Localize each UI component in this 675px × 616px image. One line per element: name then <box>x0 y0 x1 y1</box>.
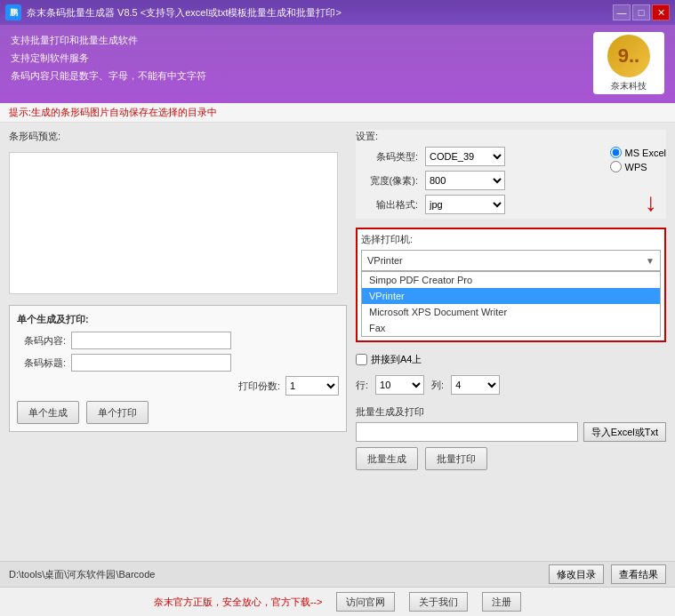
right-panel: 设置: 条码类型: CODE_39 CODE_128 EAN_13 QR_COD… <box>356 130 666 554</box>
close-button[interactable]: ✕ <box>652 4 670 20</box>
minimize-button[interactable]: — <box>613 4 631 20</box>
hint-bar: 提示:生成的条形码图片自动保存在选择的目录中 <box>0 103 675 123</box>
left-panel: 条形码预览: 单个生成及打印: 条码内容: 条码标题: 打印份数: 1 2 <box>9 130 347 554</box>
printer-option-fax[interactable]: Fax <box>362 320 660 336</box>
about-us-button[interactable]: 关于我们 <box>409 592 468 612</box>
grid-row: 行: 10 5 8 12 列: 4 2 3 5 <box>356 375 666 395</box>
logo-box: 9.. 奈末科技 <box>593 32 664 94</box>
wps-label: WPS <box>625 162 647 172</box>
a4-checkbox[interactable] <box>356 354 367 365</box>
a4-checkbox-item: 拼接到A4上 <box>356 353 422 366</box>
ms-excel-label: MS Excel <box>625 148 666 158</box>
barcode-type-select[interactable]: CODE_39 CODE_128 EAN_13 QR_CODE <box>425 147 505 166</box>
top-text: 支持批量打印和批量生成软件 支持定制软件服务 条码内容只能是数字、字母，不能有中… <box>11 32 206 84</box>
batch-label: 批量生成及打印 <box>356 405 666 419</box>
footer-bar: 奈末官方正版，安全放心，官方下载--> 访问官网 关于我们 注册 <box>0 587 675 616</box>
single-print-button[interactable]: 单个打印 <box>86 401 149 424</box>
excel-radio-group: MS Excel WPS <box>610 147 666 172</box>
maximize-button[interactable]: □ <box>632 4 650 20</box>
single-gen-button[interactable]: 单个生成 <box>17 401 79 424</box>
single-gen-title: 单个生成及打印: <box>17 313 339 326</box>
printer-option-vprinter[interactable]: VPrinter <box>362 288 660 304</box>
batch-input[interactable] <box>356 422 578 442</box>
batch-gen-button[interactable]: 批量生成 <box>356 447 418 470</box>
modify-dir-button[interactable]: 修改目录 <box>549 564 604 584</box>
barcode-title-row: 条码标题: <box>17 354 339 372</box>
top-section: 支持批量打印和批量生成软件 支持定制软件服务 条码内容只能是数字、字母，不能有中… <box>0 25 675 103</box>
title-text: 奈末条码批量生成器 V8.5 <支持导入excel或txt模板批量生成和批量打印… <box>27 6 342 20</box>
dropdown-arrow-icon: ▼ <box>646 256 655 266</box>
batch-section: 批量生成及打印 导入Excel或Txt 批量生成 批量打印 <box>356 405 666 470</box>
row-label: 行: <box>356 379 368 392</box>
view-result-button[interactable]: 查看结果 <box>611 564 666 584</box>
preview-box <box>9 152 338 294</box>
barcode-content-row: 条码内容: <box>17 332 339 349</box>
top-line3: 条码内容只能是数字、字母，不能有中文字符 <box>11 68 206 85</box>
register-button[interactable]: 注册 <box>482 592 521 612</box>
batch-btn-row: 批量生成 批量打印 <box>356 447 666 470</box>
print-count-select[interactable]: 1 2 3 5 10 <box>285 376 339 396</box>
bottom-path-bar: D:\tools\桌面\河东软件园\Barcode 修改目录 查看结果 <box>0 561 675 587</box>
window-controls: — □ ✕ <box>613 4 670 20</box>
a4-label: 拼接到A4上 <box>371 353 422 366</box>
footer-text: 奈末官方正版，安全放心，官方下载--> <box>154 596 323 609</box>
printer-label: 选择打印机: <box>361 233 661 246</box>
printer-select-box[interactable]: VPrinter ▼ <box>361 250 661 271</box>
batch-print-button[interactable]: 批量打印 <box>425 447 487 470</box>
output-format-select[interactable]: jpg png bmp <box>425 195 505 214</box>
printer-dropdown-list: Simpo PDF Creator Pro VPrinter Microsoft… <box>361 271 661 337</box>
width-label: 宽度(像素): <box>356 174 418 188</box>
barcode-type-label: 条码类型: <box>356 150 418 164</box>
barcode-content-label: 条码内容: <box>17 334 66 348</box>
logo-label: 奈末科技 <box>611 80 647 92</box>
wps-radio[interactable] <box>610 161 622 172</box>
ms-excel-radio[interactable] <box>610 147 622 158</box>
preview-label: 条形码预览: <box>9 130 347 143</box>
red-arrow-icon: ↓ <box>645 188 657 217</box>
top-line1: 支持批量打印和批量生成软件 <box>11 32 206 50</box>
wps-radio-item: WPS <box>610 161 666 172</box>
output-format-label: 输出格式: <box>356 198 418 212</box>
print-count-row: 打印份数: 1 2 3 5 10 <box>17 376 339 396</box>
batch-input-row: 导入Excel或Txt <box>356 422 666 442</box>
printer-select-text: VPrinter <box>367 255 403 266</box>
printer-option-simpo[interactable]: Simpo PDF Creator Pro <box>362 272 660 288</box>
printer-option-xps[interactable]: Microsoft XPS Document Writer <box>362 304 660 320</box>
col-label: 列: <box>431 379 444 392</box>
printer-section: 选择打印机: VPrinter ▼ Simpo PDF Creator Pro … <box>356 228 666 342</box>
settings-label: 设置: <box>356 130 666 143</box>
visit-website-button[interactable]: 访问官网 <box>336 592 395 612</box>
import-button[interactable]: 导入Excel或Txt <box>583 422 666 442</box>
barcode-type-row: 条码类型: CODE_39 CODE_128 EAN_13 QR_CODE <box>356 147 601 166</box>
print-count-label: 打印份数: <box>238 380 280 393</box>
content-area: 条形码预览: 单个生成及打印: 条码内容: 条码标题: 打印份数: 1 2 <box>0 123 675 561</box>
width-select[interactable]: 800 400 600 1000 <box>425 171 505 190</box>
settings-left: 条码类型: CODE_39 CODE_128 EAN_13 QR_CODE 宽度… <box>356 147 601 219</box>
barcode-title-input[interactable] <box>71 354 231 372</box>
path-text: D:\tools\桌面\河东软件园\Barcode <box>9 568 542 581</box>
settings-top-row: 条码类型: CODE_39 CODE_128 EAN_13 QR_CODE 宽度… <box>356 147 666 219</box>
barcode-content-input[interactable] <box>71 332 231 349</box>
hint-text: 提示:生成的条形码图片自动保存在选择的目录中 <box>9 107 217 117</box>
row-select[interactable]: 10 5 8 12 <box>375 375 424 395</box>
title-bar: 鹏 奈末条码批量生成器 V8.5 <支持导入excel或txt模板批量生成和批量… <box>0 0 675 25</box>
main-container: 支持批量打印和批量生成软件 支持定制软件服务 条码内容只能是数字、字母，不能有中… <box>0 25 675 616</box>
single-gen-button-row: 单个生成 单个打印 <box>17 401 339 424</box>
ms-excel-radio-item: MS Excel <box>610 147 666 158</box>
app-icon: 鹏 <box>5 4 21 20</box>
single-gen-section: 单个生成及打印: 条码内容: 条码标题: 打印份数: 1 2 3 5 <box>9 305 347 432</box>
title-bar-left: 鹏 奈末条码批量生成器 V8.5 <支持导入excel或txt模板批量生成和批量… <box>5 4 342 20</box>
printer-wrapper: ↓ 选择打印机: VPrinter ▼ Simpo PDF Creator Pr… <box>356 224 666 342</box>
settings-section: 设置: 条码类型: CODE_39 CODE_128 EAN_13 QR_COD… <box>356 130 666 219</box>
output-format-row: 输出格式: jpg png bmp <box>356 195 601 214</box>
print-options: 拼接到A4上 <box>356 353 666 366</box>
width-row: 宽度(像素): 800 400 600 1000 <box>356 171 601 190</box>
top-line2: 支持定制软件服务 <box>11 50 206 68</box>
logo-circle: 9.. <box>607 35 650 77</box>
col-select[interactable]: 4 2 3 5 <box>451 375 500 395</box>
barcode-title-label: 条码标题: <box>17 356 66 370</box>
